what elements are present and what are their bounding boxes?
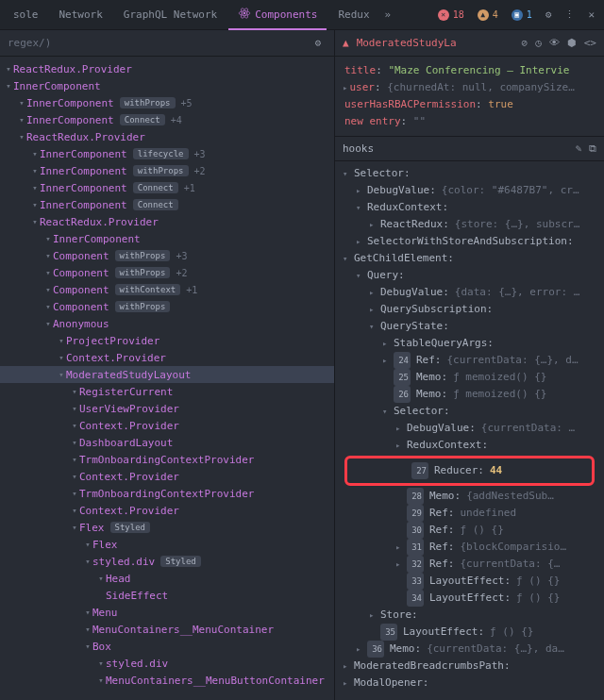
hooks-list[interactable]: ▾Selector:▸DebugValue:{color: "#6487B7",… — [335, 161, 604, 700]
disclosure-arrow-icon[interactable]: ▾ — [30, 200, 40, 209]
hook-row[interactable]: ▸DebugValue:{color: "#6487B7", cr… — [335, 182, 604, 199]
error-count[interactable]: ✕18 — [432, 9, 470, 21]
prop-row[interactable]: ▸user: {churnedAt: null, companySize… — [343, 79, 596, 96]
tree-row[interactable]: ▾TrmOnboardingContextProvider — [0, 451, 334, 468]
prop-row[interactable]: userHasRBACPermission: true — [343, 96, 596, 113]
copy-icon[interactable]: ⧉ — [589, 142, 596, 155]
disclosure-arrow-icon[interactable]: ▸ — [382, 335, 392, 352]
tab-redux[interactable]: Redux — [328, 1, 378, 28]
tab-components[interactable]: Components — [228, 0, 327, 30]
gear-icon[interactable]: ⚙ — [540, 3, 558, 26]
disclosure-arrow-icon[interactable]: ▾ — [96, 675, 106, 685]
disclosure-arrow-icon[interactable]: ▾ — [70, 387, 79, 396]
disclosure-arrow-icon[interactable]: ▾ — [83, 540, 92, 549]
hook-row[interactable]: ▸ModeratedBreadcrumbsPath: — [335, 658, 604, 675]
hook-row[interactable]: ▾GetChildElement: — [335, 250, 604, 267]
hook-row[interactable]: ▸36Memo:{currentData: {…}, da… — [335, 641, 604, 658]
tree-row[interactable]: ▾DashboardLayout — [0, 434, 334, 451]
tree-row[interactable]: ▾InnerComponentConnect+4 — [0, 111, 334, 128]
hook-row[interactable]: ▾QueryState: — [335, 318, 604, 335]
disclosure-arrow-icon[interactable]: ▸ — [395, 539, 405, 556]
disclosure-arrow-icon[interactable]: ▾ — [83, 625, 92, 634]
tab-network[interactable]: Network — [50, 1, 112, 28]
disclosure-arrow-icon[interactable]: ▾ — [57, 370, 66, 379]
disclosure-arrow-icon[interactable]: ▾ — [30, 149, 40, 158]
tree-row[interactable]: ▾ComponentwithProps+3 — [0, 247, 334, 264]
hook-row[interactable]: ▾Selector: — [335, 165, 604, 182]
tree-row[interactable]: ▾InnerComponentlifecycle+3 — [0, 145, 334, 162]
code-icon[interactable]: <> — [584, 37, 596, 49]
tree-row[interactable]: ▾InnerComponentConnect+1 — [0, 179, 334, 196]
disclosure-arrow-icon[interactable]: ▾ — [70, 404, 79, 413]
search-input[interactable]: regex/) — [8, 37, 309, 49]
disclosure-arrow-icon[interactable]: ▾ — [70, 523, 79, 532]
info-count[interactable]: ▣1 — [506, 9, 538, 21]
warning-count[interactable]: ▲4 — [472, 9, 504, 21]
hook-row[interactable]: ▸StableQueryArgs: — [335, 335, 604, 352]
disclosure-arrow-icon[interactable]: ▸ — [343, 658, 352, 675]
disclosure-arrow-icon[interactable]: ▸ — [369, 607, 378, 624]
disclosure-arrow-icon[interactable]: ▸ — [382, 352, 392, 369]
tree-row[interactable]: ▾InnerComponentConnect — [0, 196, 334, 213]
hook-row[interactable]: ▾ReduxContext: — [335, 199, 604, 216]
tab-console[interactable]: sole — [4, 1, 48, 28]
tree-row[interactable]: ▾Box — [0, 638, 334, 655]
disclosure-arrow-icon[interactable]: ▾ — [70, 489, 79, 498]
timer-icon[interactable]: ◷ — [535, 37, 542, 49]
disclosure-arrow-icon[interactable]: ▾ — [343, 250, 352, 267]
hook-row[interactable]: ▸ModalOpener: — [335, 675, 604, 692]
hook-row[interactable]: ▸Store: — [335, 607, 604, 624]
tab-graphql[interactable]: GraphQL Network — [114, 1, 226, 28]
hook-row[interactable]: 28Memo:{addNestedSub… — [335, 488, 604, 505]
tree-row[interactable]: ▾Context.Provider — [0, 468, 334, 485]
tabs-overflow[interactable]: » — [381, 1, 395, 28]
disclosure-arrow-icon[interactable]: ▾ — [43, 234, 53, 243]
disclosure-arrow-icon[interactable]: ▾ — [83, 642, 92, 651]
tree-row[interactable]: ▾InnerComponentwithProps+5 — [0, 94, 334, 111]
tree-row[interactable]: ▾ReactRedux.Provider — [0, 128, 334, 145]
tree-row[interactable]: ▾InnerComponent — [0, 230, 334, 247]
hook-row[interactable]: 30Ref:ƒ () {} — [335, 522, 604, 539]
disclosure-arrow-icon[interactable]: ▾ — [382, 403, 392, 420]
disclosure-arrow-icon[interactable]: ▾ — [4, 64, 13, 74]
disclosure-arrow-icon[interactable]: ▾ — [83, 608, 92, 617]
disclosure-arrow-icon[interactable]: ▸ — [395, 556, 405, 573]
hook-row[interactable]: 33LayoutEffect:ƒ () {} — [335, 573, 604, 590]
disclosure-arrow-icon[interactable]: ▾ — [17, 132, 26, 142]
disclosure-arrow-icon[interactable]: ▸ — [369, 284, 378, 301]
disclosure-arrow-icon[interactable]: ▾ — [43, 319, 53, 328]
tree-row[interactable]: ▾ReactRedux.Provider — [0, 213, 334, 230]
disclosure-arrow-icon[interactable]: ▾ — [70, 421, 79, 430]
disclosure-arrow-icon[interactable]: ▾ — [17, 98, 26, 108]
hook-row[interactable]: ▸31Ref:{blockComparisio… — [335, 539, 604, 556]
component-tree[interactable]: ▾ReactRedux.Provider▾InnerComponent▾Inne… — [0, 57, 334, 700]
tree-row[interactable]: ▾TrmOnboardingContextProvider — [0, 485, 334, 502]
disclosure-arrow-icon[interactable]: ▸ — [395, 437, 405, 454]
hook-row[interactable]: ▸DebugValue:{data: {…}, error: … — [335, 284, 604, 301]
disclosure-arrow-icon[interactable]: ▾ — [96, 574, 106, 583]
tree-row[interactable]: ▾InnerComponent — [0, 77, 334, 94]
wand-icon[interactable]: ✎ — [575, 142, 581, 155]
disclosure-arrow-icon[interactable]: ▾ — [17, 115, 26, 125]
disclosure-arrow-icon[interactable]: ▸ — [369, 301, 378, 318]
hook-row[interactable]: ▸32Ref:{currentData: {… — [335, 556, 604, 573]
hook-row[interactable]: ▸QuerySubscription: — [335, 301, 604, 318]
disclosure-arrow-icon[interactable]: ▾ — [57, 353, 66, 362]
disclosure-arrow-icon[interactable]: ▾ — [43, 251, 53, 260]
tree-row[interactable]: ▾MenuContainers__MenuContainer — [0, 621, 334, 638]
tree-row[interactable]: ▾styled.divStyled — [0, 553, 334, 570]
disclosure-arrow-icon[interactable]: ▾ — [83, 557, 92, 566]
eye-icon[interactable]: 👁 — [549, 37, 560, 49]
prop-row[interactable]: new entry: "" — [343, 113, 596, 130]
disclosure-arrow-icon[interactable]: ▾ — [343, 165, 352, 182]
disclosure-arrow-icon[interactable]: ▸ — [343, 83, 347, 92]
disclosure-arrow-icon[interactable]: ▸ — [356, 233, 365, 250]
disclosure-arrow-icon[interactable]: ▾ — [70, 438, 79, 447]
hook-row[interactable]: ▸SelectorWithStoreAndSubscription: — [335, 233, 604, 250]
tree-row[interactable]: ▾Context.Provider — [0, 417, 334, 434]
tree-row[interactable]: ▾Context.Provider — [0, 502, 334, 519]
disclosure-arrow-icon[interactable]: ▾ — [70, 506, 79, 515]
disclosure-arrow-icon[interactable]: ▾ — [43, 302, 53, 311]
tree-row[interactable]: ▾Head — [0, 570, 334, 587]
suspense-icon[interactable]: ⊘ — [522, 37, 528, 49]
